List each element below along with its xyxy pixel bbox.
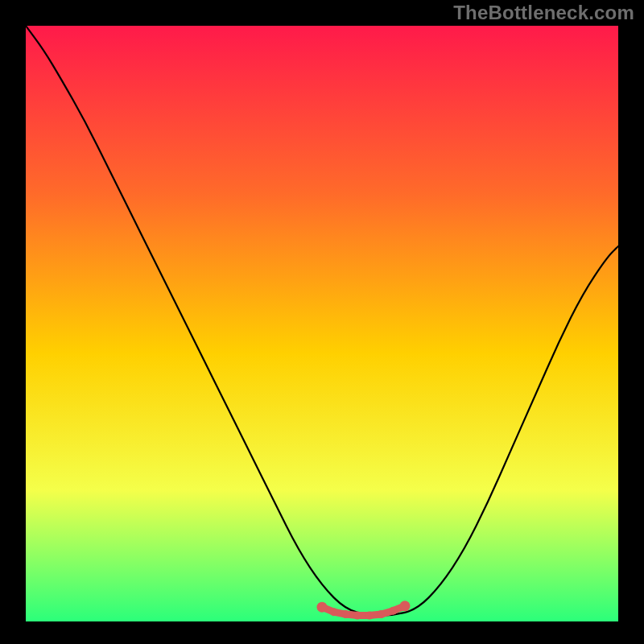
- min-marker: [389, 607, 397, 615]
- min-marker: [353, 612, 361, 620]
- plot-area: [26, 26, 618, 621]
- min-marker: [317, 602, 328, 613]
- min-marker: [365, 612, 374, 620]
- attribution-label: TheBottleneck.com: [453, 2, 634, 24]
- min-marker: [330, 608, 338, 616]
- min-marker: [341, 610, 349, 618]
- gradient-background: [26, 26, 618, 621]
- min-marker: [378, 610, 386, 618]
- chart-svg: [26, 26, 618, 621]
- min-marker: [400, 601, 411, 611]
- chart-frame: TheBottleneck.com: [0, 0, 644, 644]
